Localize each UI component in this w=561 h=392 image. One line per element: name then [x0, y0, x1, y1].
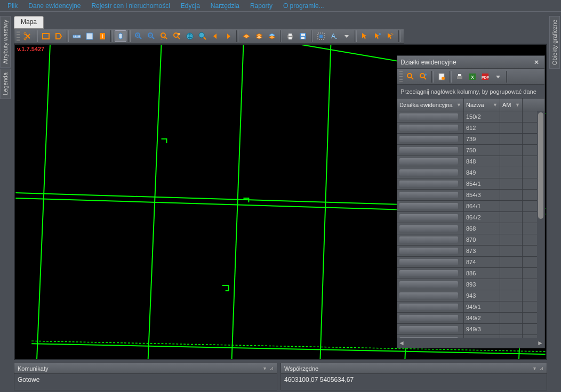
pointer-3-icon[interactable]: [384, 30, 396, 42]
cell-dzialka: [397, 190, 464, 200]
panel-titlebar[interactable]: Działki ewidencyjne ✕: [397, 56, 544, 69]
menu-plik[interactable]: Plik: [2, 1, 23, 11]
zoom-extent-icon[interactable]: [158, 30, 170, 42]
zoom-selected-icon[interactable]: [171, 30, 183, 42]
svg-line-42: [232, 45, 244, 359]
dropdown-icon[interactable]: [341, 30, 352, 42]
panel-excel-icon[interactable]: X: [467, 71, 478, 83]
zoom-in-icon[interactable]: [133, 30, 145, 42]
close-icon[interactable]: ✕: [532, 59, 541, 66]
cell-dzialka: [397, 111, 464, 122]
chevron-down-icon[interactable]: ▾: [263, 365, 266, 371]
col-am[interactable]: AM▼: [500, 99, 523, 111]
filter-icon[interactable]: ▼: [493, 102, 498, 108]
table-row[interactable]: 864/1: [397, 201, 537, 212]
layer-3-icon[interactable]: [266, 30, 278, 42]
table-row[interactable]: 150/2: [397, 111, 537, 123]
table-row[interactable]: 949/3: [397, 324, 537, 335]
scroll-thumb[interactable]: [538, 112, 543, 219]
coordinates-title[interactable]: Współrzędne ▾ ⊿: [281, 363, 547, 374]
menu-dane[interactable]: Dane ewidencyjne: [23, 1, 86, 11]
menu-narzedzia[interactable]: Narzędzia: [205, 1, 245, 11]
menubar: Plik Dane ewidencyjne Rejestr cen i nier…: [0, 0, 561, 12]
info-icon[interactable]: i: [97, 30, 108, 42]
tab-obiekty-graficzne[interactable]: Obiekty graficzne: [549, 16, 560, 69]
svg-point-1: [24, 38, 26, 40]
table-row[interactable]: 949/2: [397, 313, 537, 324]
menu-rejestr[interactable]: Rejestr cen i nieruchomości: [86, 1, 175, 11]
pin-icon[interactable]: ⊿: [539, 365, 543, 371]
grid-body[interactable]: 150/2612739750848849854/1854/3864/1864/2…: [397, 111, 537, 338]
table-row[interactable]: 612: [397, 123, 537, 134]
rect-orange-icon[interactable]: [40, 30, 52, 42]
cell-nazwa: 943: [464, 290, 500, 301]
cell-nazwa: 739: [464, 134, 500, 144]
pin-icon[interactable]: ⊿: [269, 365, 274, 371]
vertical-scrollbar[interactable]: [537, 111, 544, 338]
table-row[interactable]: 849: [397, 167, 537, 178]
table-row[interactable]: 949/1: [397, 301, 537, 313]
table-row[interactable]: 874: [397, 257, 537, 268]
panel-page-icon[interactable]: [436, 71, 447, 83]
table-row[interactable]: 943: [397, 290, 537, 301]
tab-atrybuty-warstwy[interactable]: Atrybuty warstwy: [0, 16, 11, 68]
ruler-h-icon[interactable]: [71, 30, 83, 42]
print-icon[interactable]: [284, 30, 296, 42]
table-row[interactable]: 750: [397, 145, 537, 156]
scroll-right-icon[interactable]: ►: [536, 339, 544, 347]
grid-header: Działka ewidencyjna▼ Nazwa▼ AM▼: [397, 99, 544, 111]
panel-dropdown-icon[interactable]: [492, 71, 504, 83]
world-icon[interactable]: [184, 30, 196, 42]
panel-zoom-icon[interactable]: [405, 71, 416, 83]
table-row[interactable]: 739: [397, 134, 537, 145]
table-row[interactable]: 854/3: [397, 190, 537, 201]
toolbar-grip[interactable]: [17, 31, 20, 42]
select-rect-icon[interactable]: [315, 30, 327, 42]
scroll-left-icon[interactable]: ◄: [397, 339, 406, 347]
layer-2-icon[interactable]: [253, 30, 265, 42]
filter-icon[interactable]: ▼: [456, 102, 461, 108]
menu-edycja[interactable]: Edycja: [175, 1, 205, 11]
layer-1-icon[interactable]: [241, 30, 252, 42]
pan-hand-icon[interactable]: [115, 30, 126, 42]
forward-icon[interactable]: [222, 30, 234, 42]
table-row[interactable]: 886: [397, 268, 537, 279]
cell-nazwa: 873: [464, 246, 500, 256]
edit-text-icon[interactable]: A: [328, 30, 340, 42]
menu-about[interactable]: O programie...: [278, 1, 330, 11]
table-row[interactable]: 854/1: [397, 178, 537, 190]
back-icon[interactable]: [210, 30, 221, 42]
polygon-orange-icon[interactable]: [53, 30, 65, 42]
chevron-down-icon[interactable]: ▾: [533, 365, 536, 371]
group-by-hint[interactable]: Przeciągnij nagłówek kolumny, by pogrupo…: [397, 85, 544, 99]
panel-toolbar-grip[interactable]: [399, 71, 403, 82]
scissors-icon[interactable]: [22, 30, 34, 42]
menu-raporty[interactable]: Raporty: [245, 1, 278, 11]
panel-zoom2-icon[interactable]: [418, 71, 429, 83]
pointer-2-icon[interactable]: [372, 30, 383, 42]
tab-mapa[interactable]: Mapa: [14, 16, 44, 29]
table-row[interactable]: 870: [397, 234, 537, 246]
col-dzialka[interactable]: Działka ewidencyjna▼: [397, 99, 464, 111]
cell-dzialka: [397, 290, 464, 301]
messages-title[interactable]: Komunikaty ▾ ⊿: [14, 363, 277, 374]
table-row[interactable]: 893: [397, 279, 537, 290]
table-row[interactable]: 868: [397, 223, 537, 234]
horizontal-scrollbar[interactable]: ◄ ►: [397, 338, 544, 348]
panel-print-icon[interactable]: [454, 71, 466, 83]
filter-icon[interactable]: ▼: [515, 102, 520, 108]
cell-am: [500, 234, 523, 245]
pointer-1-icon[interactable]: [359, 30, 371, 42]
table-row[interactable]: 848: [397, 156, 537, 167]
world-zoom-icon[interactable]: [197, 30, 209, 42]
ruler-area-icon[interactable]: [84, 30, 95, 42]
col-nazwa[interactable]: Nazwa▼: [464, 99, 500, 111]
table-row[interactable]: 873: [397, 246, 537, 257]
panel-pdf-icon[interactable]: PDF: [479, 71, 491, 83]
left-tabs: Atrybuty warstwy Legenda: [0, 16, 12, 107]
table-row[interactable]: 864/2: [397, 212, 537, 223]
zoom-out-icon[interactable]: [146, 30, 157, 42]
save-icon[interactable]: [297, 30, 309, 42]
cell-dzialka: [397, 268, 464, 279]
tab-legenda[interactable]: Legenda: [0, 69, 11, 99]
